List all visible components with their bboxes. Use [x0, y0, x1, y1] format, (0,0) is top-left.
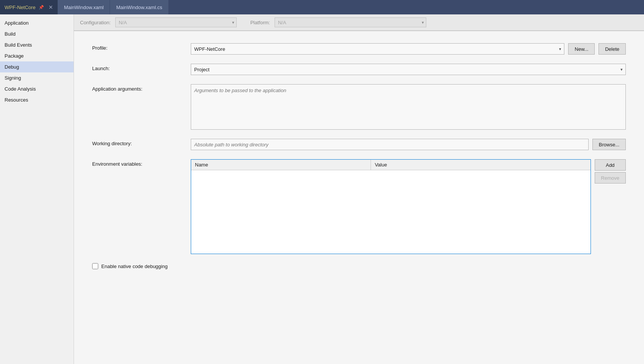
sidebar-item-code-analysis[interactable]: Code Analysis	[0, 83, 74, 94]
sidebar-item-debug[interactable]: Debug	[0, 61, 74, 72]
working-dir-input[interactable]	[191, 139, 589, 150]
toolbar: Configuration: N/A Platform: N/A	[74, 14, 644, 31]
working-dir-label: Working directory:	[92, 139, 191, 146]
configuration-select[interactable]: N/A	[115, 17, 237, 27]
configuration-select-wrapper: N/A	[115, 17, 237, 27]
env-table: Name Value	[191, 160, 591, 254]
sidebar: Application Build Build Events Package D…	[0, 14, 74, 364]
content-area: Configuration: N/A Platform: N/A Profile…	[74, 14, 644, 364]
form-area: Profile: WPF-NetCore New... Delete Launc…	[74, 31, 644, 364]
main-layout: Application Build Build Events Package D…	[0, 14, 644, 364]
launch-select-wrapper: Project	[191, 64, 626, 75]
profile-select[interactable]: WPF-NetCore	[191, 43, 564, 55]
launch-row: Launch: Project	[92, 64, 626, 75]
project-tab: WPF-NetCore 📌 ✕	[0, 0, 58, 14]
close-project-tab-icon[interactable]: ✕	[49, 4, 53, 10]
launch-select[interactable]: Project	[191, 64, 626, 75]
working-dir-control-area: Browse...	[191, 139, 626, 150]
add-button[interactable]: Add	[595, 159, 626, 171]
env-table-body[interactable]	[191, 170, 371, 254]
app-args-row: Application arguments:	[92, 84, 626, 130]
tab-bar: WPF-NetCore 📌 ✕ MainWindow.xaml MainWind…	[0, 0, 644, 14]
launch-label: Launch:	[92, 64, 191, 71]
browse-button[interactable]: Browse...	[592, 139, 626, 150]
new-button[interactable]: New...	[568, 43, 595, 55]
sidebar-item-signing[interactable]: Signing	[0, 72, 74, 83]
env-vars-row: Environment variables: Name Value	[92, 159, 626, 254]
platform-select[interactable]: N/A	[275, 17, 426, 27]
native-debug-row: Enable native code debugging	[92, 263, 626, 269]
env-vars-control-area: Name Value Add Remove	[191, 159, 626, 254]
configuration-label: Configuration:	[80, 20, 111, 25]
env-table-header-row: Name Value	[191, 160, 591, 170]
launch-control-area: Project	[191, 64, 626, 75]
working-dir-row: Working directory: Browse...	[92, 139, 626, 150]
sidebar-item-application[interactable]: Application	[0, 17, 74, 28]
native-debug-checkbox[interactable]	[92, 263, 98, 269]
sidebar-item-resources[interactable]: Resources	[0, 94, 74, 105]
tab-mainwindow-xaml[interactable]: MainWindow.xaml	[58, 0, 110, 14]
env-vars-label: Environment variables:	[92, 159, 191, 167]
platform-label: Platform:	[250, 20, 270, 25]
pin-icon: 📌	[39, 5, 44, 10]
native-debug-label[interactable]: Enable native code debugging	[101, 264, 168, 269]
tab-mainwindow-xaml-cs[interactable]: MainWindow.xaml.cs	[110, 0, 168, 14]
profile-row: Profile: WPF-NetCore New... Delete	[92, 43, 626, 55]
platform-select-wrapper: N/A	[275, 17, 426, 27]
profile-label: Profile:	[92, 43, 191, 51]
env-table-wrapper: Name Value	[191, 159, 591, 254]
project-tab-label: WPF-NetCore	[5, 5, 36, 10]
sidebar-item-build-events[interactable]: Build Events	[0, 39, 74, 50]
app-args-textarea[interactable]	[191, 84, 626, 130]
delete-button[interactable]: Delete	[598, 43, 626, 55]
env-col-value: Value	[371, 160, 591, 170]
sidebar-item-package[interactable]: Package	[0, 50, 74, 61]
env-col-name: Name	[191, 160, 371, 170]
sidebar-item-build[interactable]: Build	[0, 28, 74, 39]
remove-button[interactable]: Remove	[595, 172, 626, 184]
profile-control-area: WPF-NetCore New... Delete	[191, 43, 626, 55]
env-side-buttons: Add Remove	[595, 159, 626, 184]
app-args-label: Application arguments:	[92, 84, 191, 92]
profile-select-wrapper: WPF-NetCore	[191, 43, 564, 55]
app-args-control-area	[191, 84, 626, 130]
env-table-head: Name Value	[191, 160, 591, 170]
